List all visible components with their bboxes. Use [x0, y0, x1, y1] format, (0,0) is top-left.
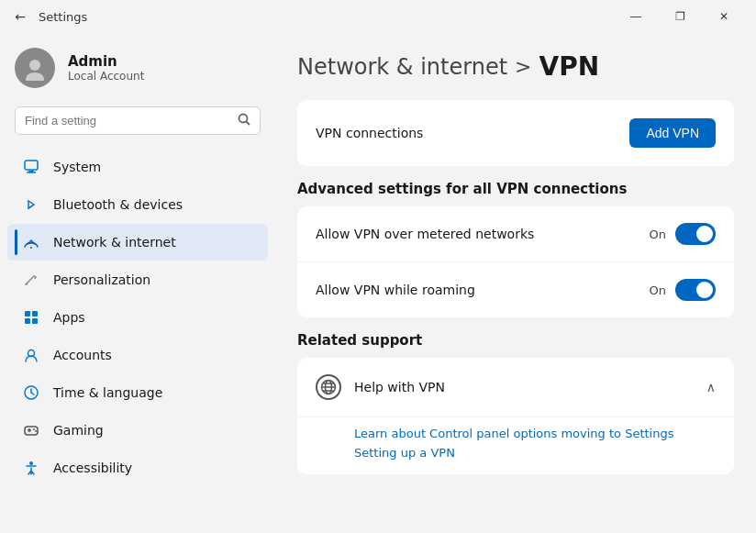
svg-point-2 — [239, 115, 248, 123]
profile-section: Admin Local Account — [0, 33, 275, 106]
profile-name: Admin — [68, 53, 144, 70]
sidebar-item-label-apps: Apps — [53, 310, 85, 325]
sidebar-item-system[interactable]: System — [7, 149, 268, 185]
svg-point-7 — [30, 247, 32, 249]
maximize-button[interactable]: ❐ — [659, 3, 701, 30]
vpn-connections-card: VPN connections Add VPN — [297, 100, 734, 166]
toggle-row-roaming: Allow VPN while roaming On — [297, 262, 734, 317]
profile-info: Admin Local Account — [68, 53, 144, 83]
sidebar-item-label-network: Network & internet — [53, 235, 176, 250]
app-body: Admin Local Account System Bluetooth & d… — [0, 33, 756, 533]
svg-point-0 — [29, 60, 40, 71]
sidebar-item-label-time: Time & language — [53, 385, 162, 400]
titlebar-title: Settings — [39, 10, 87, 24]
support-header-left: Help with VPN — [316, 374, 445, 400]
accounts-icon — [22, 346, 40, 364]
svg-rect-10 — [25, 311, 30, 316]
personalization-icon — [22, 271, 40, 289]
svg-point-1 — [26, 72, 44, 81]
profile-subtitle: Local Account — [68, 70, 144, 83]
sidebar-item-personalization[interactable]: Personalization — [7, 261, 268, 298]
sidebar-item-label-gaming: Gaming — [53, 423, 104, 438]
chevron-up-icon: ∧ — [706, 380, 716, 394]
time-icon — [22, 383, 40, 402]
sidebar-item-label-bluetooth: Bluetooth & devices — [53, 197, 183, 212]
vpn-connections-label: VPN connections — [316, 126, 423, 140]
svg-rect-12 — [25, 318, 30, 324]
advanced-section-title: Advanced settings for all VPN connection… — [297, 181, 734, 197]
toggle-metered-switch[interactable] — [675, 223, 716, 245]
sidebar-item-gaming[interactable]: Gaming — [7, 412, 268, 449]
minimize-button[interactable]: — — [615, 3, 657, 30]
sidebar-item-network[interactable]: Network & internet — [7, 224, 268, 261]
gaming-icon — [22, 421, 40, 439]
help-with-vpn-label: Help with VPN — [354, 380, 445, 394]
search-input[interactable] — [25, 114, 230, 128]
back-button[interactable]: ← — [11, 7, 29, 26]
network-icon — [22, 233, 40, 251]
svg-rect-13 — [32, 318, 38, 324]
sidebar-item-accessibility[interactable]: Accessibility — [7, 450, 268, 486]
breadcrumb-separator: > — [515, 55, 531, 78]
bluetooth-icon — [22, 195, 40, 214]
svg-point-21 — [33, 428, 35, 430]
page-header: Network & internet > VPN — [297, 51, 734, 82]
toggle-metered-right: On — [650, 223, 716, 245]
sidebar: Admin Local Account System Bluetooth & d… — [0, 33, 275, 533]
breadcrumb: Network & internet — [297, 54, 507, 80]
toggle-roaming-label: Allow VPN while roaming — [316, 283, 475, 297]
toggle-row-metered: Allow VPN over metered networks On — [297, 206, 734, 262]
help-with-vpn-header[interactable]: Help with VPN ∧ — [297, 358, 734, 417]
toggle-roaming-right: On — [650, 279, 716, 301]
system-icon — [22, 158, 40, 176]
accessibility-icon — [22, 459, 40, 477]
support-link-control-panel[interactable]: Learn about Control panel options moving… — [354, 427, 716, 440]
close-button[interactable]: ✕ — [703, 3, 745, 30]
toggle-roaming-status: On — [650, 283, 666, 297]
toggle-metered-label: Allow VPN over metered networks — [316, 227, 534, 241]
sidebar-item-time[interactable]: Time & language — [7, 374, 268, 411]
sidebar-item-accounts[interactable]: Accounts — [7, 337, 268, 373]
main-content: Network & internet > VPN VPN connections… — [275, 33, 756, 533]
svg-line-17 — [31, 393, 34, 394]
support-link-setup-vpn[interactable]: Setting up a VPN — [354, 446, 716, 460]
sidebar-item-label-accessibility: Accessibility — [53, 461, 132, 475]
svg-rect-4 — [25, 161, 38, 170]
sidebar-item-label-personalization: Personalization — [53, 272, 150, 287]
support-card: Help with VPN ∧ Learn about Control pane… — [297, 358, 734, 474]
svg-line-3 — [247, 122, 250, 126]
add-vpn-button[interactable]: Add VPN — [629, 118, 716, 148]
toggle-roaming-switch[interactable] — [675, 279, 716, 301]
page-title: VPN — [539, 51, 600, 82]
sidebar-item-label-system: System — [53, 160, 101, 174]
titlebar: ← Settings — ❐ ✕ — [0, 0, 756, 33]
sidebar-item-label-accounts: Accounts — [53, 348, 112, 362]
apps-icon — [22, 308, 40, 327]
nav-list: System Bluetooth & devices Network & int… — [0, 148, 275, 487]
svg-point-22 — [35, 430, 37, 432]
related-support-title: Related support — [297, 332, 734, 349]
globe-icon — [316, 374, 341, 400]
sidebar-item-bluetooth[interactable]: Bluetooth & devices — [7, 186, 268, 223]
sidebar-item-apps[interactable]: Apps — [7, 299, 268, 336]
search-box[interactable] — [15, 106, 261, 135]
vpn-connections-row: VPN connections Add VPN — [297, 100, 734, 166]
toggle-metered-status: On — [650, 228, 666, 241]
svg-line-8 — [26, 276, 34, 284]
window-controls: — ❐ ✕ — [615, 3, 745, 30]
svg-point-23 — [29, 461, 33, 465]
svg-rect-11 — [32, 311, 38, 316]
advanced-settings-card: Allow VPN over metered networks On Allow… — [297, 206, 734, 317]
search-icon — [238, 113, 250, 128]
support-links: Learn about Control panel options moving… — [297, 417, 734, 474]
avatar — [15, 48, 55, 88]
